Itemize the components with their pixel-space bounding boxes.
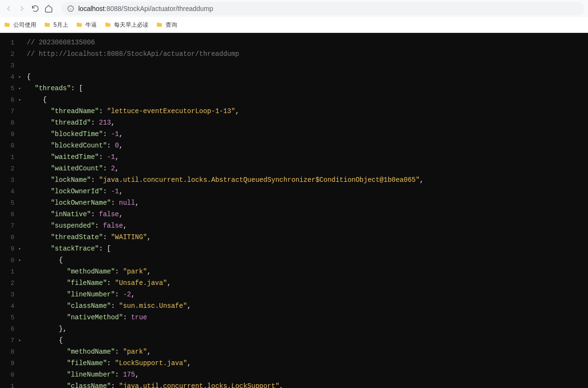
token-punct: , xyxy=(187,302,191,310)
line-number: 5 xyxy=(6,314,14,321)
token-key: "waitedCount" xyxy=(51,165,103,172)
code-line: { xyxy=(27,71,588,83)
code-line: "lineNumber": 175, xyxy=(27,369,588,380)
token-key: "threadId" xyxy=(51,119,91,126)
token-colon: : xyxy=(123,314,131,321)
token-colon: : xyxy=(107,279,115,287)
token-punct: , xyxy=(135,199,139,207)
token-punct: , xyxy=(123,222,127,230)
bookmark-item[interactable]: 公司使用 xyxy=(4,21,36,29)
code-line: "blockedCount": 0, xyxy=(27,140,588,151)
token-punct: , xyxy=(119,130,123,138)
folder-icon xyxy=(44,21,51,28)
gutter-line: 3 xyxy=(0,174,23,186)
home-icon[interactable] xyxy=(44,4,53,13)
token-punct: , xyxy=(187,359,191,367)
bookmark-label: 每天早上必读 xyxy=(114,21,148,29)
token-key: "lockOwnerName" xyxy=(51,199,111,207)
code-content[interactable]: // 20230608135006// http://localhost:808… xyxy=(23,33,588,388)
token-key: "threads" xyxy=(35,84,71,92)
line-number: 9 xyxy=(6,360,14,367)
url-bar[interactable]: localhost:8088/StockApi/actuator/threadd… xyxy=(61,2,584,15)
code-line: "lineNumber": -2, xyxy=(27,289,588,300)
fold-icon[interactable]: ▾ xyxy=(16,246,21,252)
token-colon: : xyxy=(111,302,119,310)
code-line: "waitedCount": 2, xyxy=(27,163,588,174)
gutter-line: 1 xyxy=(0,380,23,388)
token-key: "methodName" xyxy=(67,348,115,356)
bookmark-item[interactable]: 查询 xyxy=(156,21,177,29)
bookmark-item[interactable]: 每天早上必读 xyxy=(105,21,148,29)
line-number: 3 xyxy=(6,62,14,69)
gutter-line: 7 xyxy=(0,220,23,231)
code-line: "className": "sun.misc.Unsafe", xyxy=(27,300,588,312)
reload-icon[interactable] xyxy=(31,4,40,13)
token-punct: , xyxy=(135,371,139,378)
token-key: "blockedCount" xyxy=(51,142,107,149)
token-brace: [ xyxy=(107,245,111,252)
line-number: 0 xyxy=(6,257,14,264)
code-line: "className": "java.util.concurrent.locks… xyxy=(27,380,588,388)
token-key: "waitedTime" xyxy=(51,153,99,161)
bookmark-label: 5月上 xyxy=(53,21,68,29)
token-colon: : xyxy=(99,107,107,115)
token-colon: : xyxy=(103,188,111,195)
fold-icon[interactable]: ▾ xyxy=(16,74,21,80)
token-colon: : xyxy=(107,359,115,367)
token-bool: false xyxy=(99,210,119,218)
token-key: "methodName" xyxy=(67,268,115,275)
token-string: "park" xyxy=(123,268,147,275)
token-colon: : xyxy=(103,233,111,241)
fold-icon[interactable]: ▾ xyxy=(16,338,21,343)
token-key: "lockOwnerId" xyxy=(51,188,103,195)
bookmark-item[interactable]: 牛逼 xyxy=(76,21,97,29)
gutter-line: 8 xyxy=(0,346,23,357)
forward-icon[interactable] xyxy=(17,4,27,13)
url-path: /StockApi/actuator/threaddump xyxy=(121,5,213,12)
token-colon: : xyxy=(99,245,107,252)
gutter-line: 8 xyxy=(0,231,23,243)
nav-bar: localhost:8088/StockApi/actuator/threadd… xyxy=(0,0,588,17)
folder-icon xyxy=(76,21,83,28)
code-line: { xyxy=(27,254,588,266)
info-icon[interactable] xyxy=(67,5,74,12)
token-comment: // http://localhost:8088/StockApi/actuat… xyxy=(27,50,239,58)
fold-icon[interactable]: ▾ xyxy=(16,258,21,263)
token-number: -1 xyxy=(111,188,119,195)
token-brace: { xyxy=(59,336,63,344)
token-key: "lineNumber" xyxy=(67,371,115,378)
token-colon: : xyxy=(91,176,99,184)
token-punct: , xyxy=(111,119,115,126)
bookmark-item[interactable]: 5月上 xyxy=(44,21,68,29)
token-number: 175 xyxy=(123,371,135,378)
token-colon: : xyxy=(115,348,123,356)
token-number: 2 xyxy=(111,165,115,172)
fold-icon[interactable]: ▾ xyxy=(16,86,21,91)
token-number: -2 xyxy=(123,291,131,298)
token-punct: , xyxy=(279,382,283,388)
token-key: "inNative" xyxy=(51,210,91,218)
gutter-line: 9 xyxy=(0,357,23,369)
token-colon: : xyxy=(99,153,107,161)
token-string: "park" xyxy=(123,348,147,356)
token-key: "blockedTime" xyxy=(51,130,103,138)
token-punct: , xyxy=(115,165,119,172)
code-line: "threads": [ xyxy=(27,83,588,94)
line-number: 1 xyxy=(6,39,14,46)
code-line: "stackTrace": [ xyxy=(27,243,588,254)
bookmark-label: 牛逼 xyxy=(85,21,97,29)
code-line: "fileName": "Unsafe.java", xyxy=(27,277,588,289)
gutter-line: 0 xyxy=(0,140,23,151)
token-key: "fileName" xyxy=(67,279,107,287)
token-brace: { xyxy=(59,256,63,264)
token-string: "WAITING" xyxy=(111,233,147,241)
gutter-line: 7▾ xyxy=(0,335,23,346)
fold-icon[interactable]: ▾ xyxy=(16,97,21,103)
token-punct: , xyxy=(147,233,151,241)
line-number: 9 xyxy=(6,131,14,138)
token-string: "Unsafe.java" xyxy=(115,279,167,287)
back-icon[interactable] xyxy=(4,4,13,13)
gutter-line: 5 xyxy=(0,197,23,209)
code-line: "fileName": "LockSupport.java", xyxy=(27,357,588,369)
token-colon: : xyxy=(103,130,111,138)
